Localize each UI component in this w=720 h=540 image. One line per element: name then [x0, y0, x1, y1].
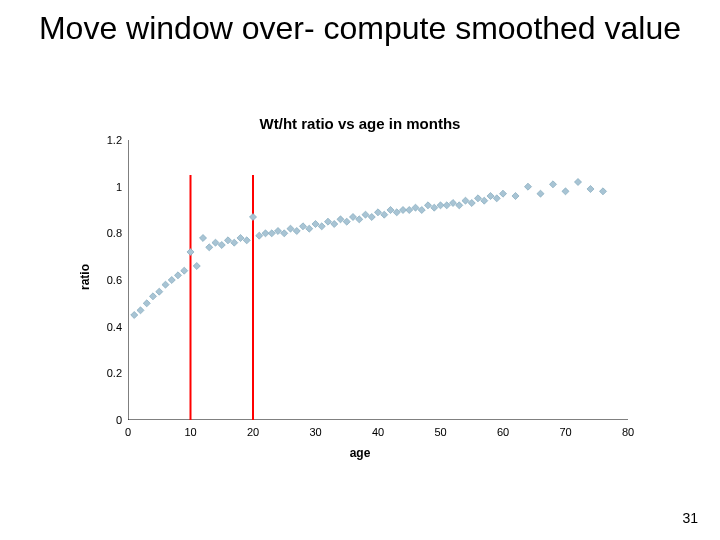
- y-tick-label: 0.8: [107, 227, 122, 239]
- data-point: [549, 181, 556, 188]
- page-number: 31: [682, 510, 698, 526]
- y-tick-label: 0: [116, 414, 122, 426]
- data-point: [143, 300, 150, 307]
- data-point: [174, 272, 181, 279]
- data-point: [162, 281, 169, 288]
- data-point: [156, 288, 163, 295]
- y-tick-label: 1.2: [107, 134, 122, 146]
- data-point: [599, 188, 606, 195]
- data-point: [181, 267, 188, 274]
- x-tick-label: 60: [497, 426, 509, 438]
- x-axis-label: age: [0, 446, 720, 460]
- data-point: [249, 213, 256, 220]
- data-point: [537, 190, 544, 197]
- data-point: [168, 276, 175, 283]
- scatter-plot: [128, 140, 628, 420]
- chart-title: Wt/ht ratio vs age in months: [0, 115, 720, 132]
- data-point: [187, 248, 194, 255]
- x-tick-label: 10: [184, 426, 196, 438]
- y-axis-label: ratio: [78, 264, 92, 290]
- data-point: [137, 307, 144, 314]
- x-tick-label: 30: [309, 426, 321, 438]
- x-tick-label: 40: [372, 426, 384, 438]
- data-point: [131, 311, 138, 318]
- data-point: [206, 244, 213, 251]
- y-tick-label: 0.2: [107, 367, 122, 379]
- x-tick-label: 20: [247, 426, 259, 438]
- x-tick-label: 50: [434, 426, 446, 438]
- data-point: [193, 262, 200, 269]
- data-point: [562, 188, 569, 195]
- y-tick-label: 1: [116, 181, 122, 193]
- data-point: [499, 190, 506, 197]
- data-point: [512, 192, 519, 199]
- y-tick-label: 0.4: [107, 321, 122, 333]
- data-point: [149, 293, 156, 300]
- slide-title: Move window over- compute smoothed value: [0, 10, 720, 47]
- x-tick-label: 0: [125, 426, 131, 438]
- data-point: [574, 178, 581, 185]
- x-tick-label: 80: [622, 426, 634, 438]
- data-point: [524, 183, 531, 190]
- y-tick-label: 0.6: [107, 274, 122, 286]
- data-point: [199, 234, 206, 241]
- x-tick-label: 70: [559, 426, 571, 438]
- data-point: [587, 185, 594, 192]
